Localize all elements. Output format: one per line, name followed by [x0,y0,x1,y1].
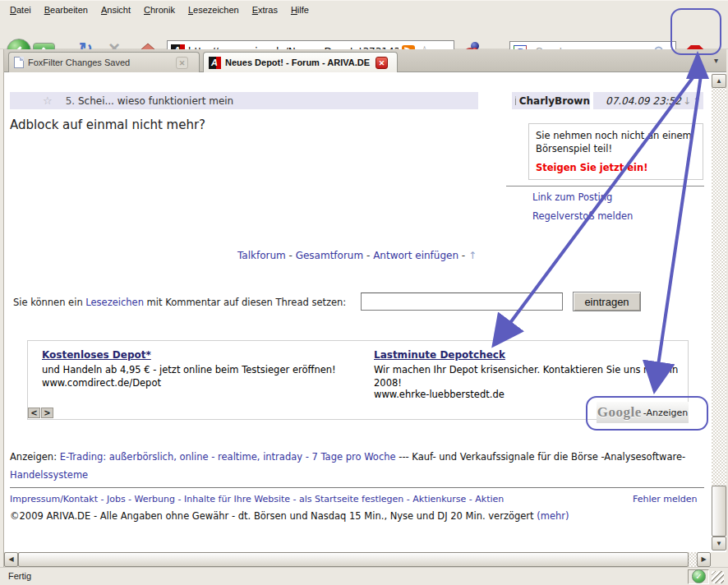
google-anzeigen-label: -Anzeigen [643,408,689,418]
separator: - [98,494,107,504]
separator: - [466,494,475,504]
ariva-favicon: A [209,57,221,69]
scroll-right-icon[interactable]: ▶ [697,552,711,567]
status-text: Fertig [8,571,31,581]
menu-bearbeiten[interactable]: Bearbeiten [38,2,94,17]
scroll-top-icon[interactable]: ↑ [468,250,477,261]
footer-divider [10,487,704,488]
copyright-line: ©2009 ARIVA.DE - Alle Angaben ohne Gewäh… [10,510,704,522]
list-all-tabs-icon[interactable]: ▾ [714,57,718,65]
google-anzeigen-badge[interactable]: Google -Anzeigen [597,402,689,423]
ads-prev-button[interactable]: < [28,408,40,418]
status-bar: Fertig ✓ [0,567,728,585]
tab-title: FoxFilter Changes Saved [28,58,172,67]
horizontal-scroll-thumb[interactable] [18,552,689,567]
menu-hilfe[interactable]: Hilfe [284,2,316,17]
menu-ansicht[interactable]: Ansicht [94,2,137,17]
tab-close-icon[interactable]: ✕ [176,57,188,69]
tab-foxfilter[interactable]: FoxFilter Changes Saved ✕ [8,52,200,72]
aktien-link[interactable]: Aktien [475,494,504,504]
copyright-text: ©2009 ARIVA.DE - Alle Angaben ohne Gewäh… [10,510,534,522]
sort-down-icon[interactable]: ↓ [683,95,691,107]
scrollbar-corner [711,552,726,567]
horizontal-scrollbar[interactable]: ◀ ▶ [4,552,711,567]
thread-nav: Talkforum - Gesamtforum - Antwort einfüg… [10,250,704,261]
page-icon [14,57,24,68]
thread-title-wrap: 5. Schei... wieso funktioniert mein [66,95,234,107]
eintragen-button[interactable]: eintragen [573,292,641,311]
regelverstoss-melden[interactable]: Regelverstoß melden [532,210,633,222]
separator: - [363,250,373,261]
impressum-link[interactable]: Impressum/Kontakt [10,494,98,504]
anzeigen-text: --- Kauf- und Verkaufssignale für die Bö… [399,451,685,463]
thread-author-cell: CharlyBrown [512,92,590,109]
menu-bar: Datei Bearbeiten Ansicht Chronik Lesezei… [0,0,728,18]
handelssysteme-link[interactable]: Handelssysteme [10,469,88,481]
thread-star-icon[interactable]: ☆ [43,94,53,107]
lesezeichen-link[interactable]: Lesezeichen [85,297,144,308]
inhalte-link[interactable]: Inhalte für Ihre Website [184,494,290,504]
separator: - [286,250,296,261]
ad-right-body: Wir machen Ihr Depot krisensicher. Konta… [374,364,680,389]
ad-right-title[interactable]: Lastminute Depotcheck [374,349,505,361]
bookmark-comment-input[interactable] [361,292,563,311]
tab-ariva-active[interactable]: A Neues Depot! - Forum - ARIVA.DE ✕ [203,52,398,72]
menu-datei[interactable]: Datei [3,2,38,17]
ad-box: Kostenloses Depot* und Handeln ab 4,95 €… [27,340,689,420]
jobs-link[interactable]: Jobs [107,494,126,504]
startseite-link[interactable]: als Startseite festlegen [299,494,403,504]
thread-title: Schei... wieso funktioniert mein [78,95,233,107]
boersenspiel-cta[interactable]: Steigen Sie jetzt ein! [536,161,696,174]
tab-bar: FoxFilter Changes Saved ✕ A Neues Depot!… [0,49,728,72]
scroll-down-icon[interactable]: ▼ [712,537,726,550]
thread-date: 07.04.09 23:52 [606,95,681,107]
etrading-link[interactable]: E-Trading: außerbörslich, online - realt… [60,451,396,463]
google-logo: Google [597,404,642,421]
boersenspiel-box: Sie nehmen noch nicht an einem Börsenspi… [528,123,703,180]
thread-author[interactable]: CharlyBrown [519,95,590,107]
foxfilter-status-icon[interactable]: ✓ [692,569,706,583]
thread-header: ☆ 5. Schei... wieso funktioniert mein [10,92,478,109]
ads-next-button[interactable]: > [41,408,53,418]
werbung-link[interactable]: Werbung [135,494,175,504]
sort-up-icon[interactable]: ↑ [693,95,701,107]
tab-close-icon[interactable]: ✕ [376,57,388,69]
scroll-up-icon[interactable]: ▲ [712,74,726,88]
menu-chronik[interactable]: Chronik [137,2,182,17]
bookmark-text-before: Sie können ein [13,297,85,308]
menu-lesezeichen[interactable]: Lesezeichen [182,2,246,17]
tab-title: Neues Depot! - Forum - ARIVA.DE [225,58,371,67]
aktienkurse-link[interactable]: Aktienkurse [412,494,466,504]
ad-right-url[interactable]: www.ehrke-luebberstedt.de [374,389,505,400]
user-icon [515,96,516,105]
fehler-melden-link[interactable]: Fehler melden [633,494,698,504]
separator: - [175,494,184,504]
ad-left-title[interactable]: Kostenloses Depot* [42,349,151,361]
anzeigen-label: Anzeigen: [10,451,57,463]
resize-grip[interactable] [712,571,724,583]
menu-extras[interactable]: Extras [246,2,284,17]
antwort-einfuegen-link[interactable]: Antwort einfügen [373,250,458,261]
footer-anzeigen-line: Anzeigen: E-Trading: außerbörslich, onli… [10,449,704,485]
scroll-left-icon[interactable]: ◀ [4,552,18,567]
post-body: Adblock auf einmal nicht mehr? [10,117,205,132]
separator: - [458,250,468,261]
thread-number: 5. [66,95,75,107]
gesamtforum-link[interactable]: Gesamtforum [296,250,363,261]
footer-links: Impressum/Kontakt - Jobs - Werbung - Inh… [10,494,704,504]
mehr-link[interactable]: (mehr) [537,510,569,522]
vertical-scrollbar[interactable]: ▲ ▼ [712,74,726,550]
bookmark-text-after: mit Kommentar auf diesen Thread setzen: [144,297,346,308]
thread-date-cell: 07.04.09 23:52 ↓ ↑ [593,92,703,109]
right-column-divider [506,186,704,187]
link-zum-posting[interactable]: Link zum Posting [532,191,612,203]
vertical-scroll-thumb[interactable] [712,486,726,537]
separator: - [126,494,135,504]
boersenspiel-text: Sie nehmen noch nicht an einem Börsenspi… [536,129,696,155]
bookmark-label: Sie können ein Lesezeichen mit Kommentar… [13,297,346,308]
navigation-toolbar: ▾ ↻ × A ☆ ▾ ▾ G ▾ [0,18,728,49]
ad-left-url[interactable]: www.comdirect.de/Depot [42,377,161,389]
separator: - [403,494,412,504]
talkforum-link[interactable]: Talkforum [237,250,286,261]
separator: - [290,494,299,504]
